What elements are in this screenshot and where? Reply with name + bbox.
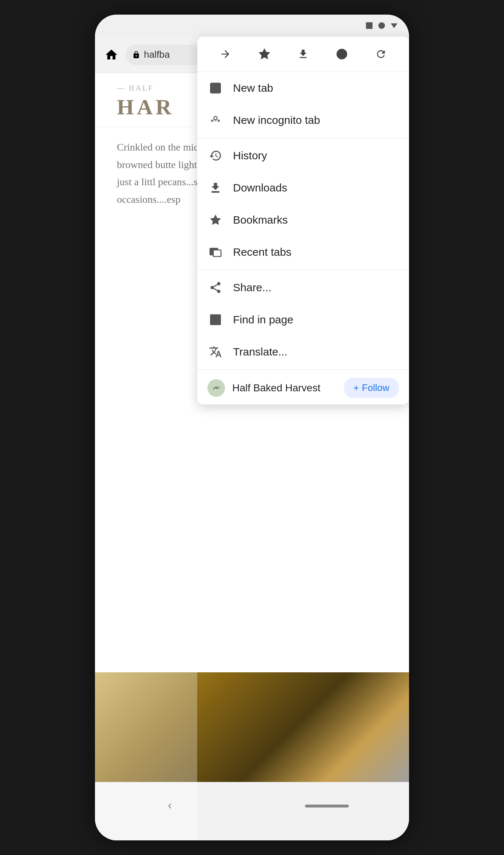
translate-icon	[207, 344, 224, 360]
bookmarks-icon	[207, 212, 224, 228]
download-button[interactable]	[292, 43, 314, 65]
new-tab-icon	[207, 80, 224, 96]
bookmark-button[interactable]	[253, 43, 275, 65]
bookmarks-label: Bookmarks	[233, 214, 288, 226]
svg-rect-0	[366, 22, 373, 29]
translate-label: Translate...	[233, 346, 287, 358]
home-indicator	[305, 805, 349, 808]
status-bar	[95, 15, 409, 37]
dropdown-overlay	[95, 73, 197, 840]
info-button[interactable]	[331, 43, 353, 65]
svg-rect-13	[211, 120, 220, 122]
home-button[interactable]	[102, 46, 121, 64]
share-label: Share...	[233, 281, 271, 294]
site-favicon	[207, 379, 225, 397]
follow-item[interactable]: Half Baked Harvest + Follow	[197, 371, 409, 404]
circle-icon	[378, 22, 386, 30]
svg-point-21	[211, 286, 214, 289]
share-icon	[207, 280, 224, 296]
history-label: History	[233, 149, 267, 162]
svg-point-14	[213, 120, 215, 122]
svg-point-22	[217, 290, 221, 293]
follow-plus-icon: +	[354, 382, 359, 394]
svg-marker-3	[259, 49, 269, 58]
find-in-page-label: Find in page	[233, 314, 293, 326]
site-name: Half Baked Harvest	[232, 382, 337, 394]
menu-item-recent-tabs[interactable]: Recent tabs	[197, 236, 409, 268]
divider-1	[197, 138, 409, 138]
reload-button[interactable]	[370, 43, 392, 65]
phone-frame: halfba — HALF HAR Crinkled on the middle…	[95, 15, 409, 840]
svg-marker-2	[391, 23, 397, 28]
svg-rect-19	[213, 250, 221, 256]
menu-item-translate[interactable]: Translate...	[197, 336, 409, 368]
svg-point-10	[214, 117, 217, 120]
svg-point-1	[378, 22, 385, 29]
menu-item-incognito[interactable]: New incognito tab	[197, 104, 409, 136]
svg-point-26	[213, 318, 217, 321]
address-text: halfba	[144, 49, 170, 60]
recent-tabs-icon	[207, 244, 224, 260]
recent-tabs-label: Recent tabs	[233, 246, 291, 258]
divider-2	[197, 270, 409, 270]
svg-marker-17	[210, 214, 221, 225]
downloads-label: Downloads	[233, 182, 287, 194]
menu-item-new-tab[interactable]: New tab	[197, 72, 409, 104]
svg-point-20	[217, 282, 221, 285]
menu-item-downloads[interactable]: Downloads	[197, 172, 409, 204]
svg-point-15	[216, 120, 218, 122]
menu-item-bookmarks[interactable]: Bookmarks	[197, 204, 409, 236]
history-icon	[207, 148, 224, 164]
triangle-down-icon	[390, 22, 398, 30]
downloads-icon	[207, 180, 224, 196]
menu-item-find[interactable]: Find in page	[197, 304, 409, 336]
square-icon	[365, 22, 373, 30]
incognito-label: New incognito tab	[233, 114, 320, 126]
menu-item-history[interactable]: History	[197, 140, 409, 172]
follow-label: Follow	[362, 382, 389, 394]
forward-button[interactable]	[214, 43, 236, 65]
incognito-icon	[207, 112, 224, 128]
follow-button[interactable]: + Follow	[344, 378, 399, 398]
svg-line-23	[214, 288, 217, 290]
lock-icon	[132, 51, 140, 59]
find-in-page-icon	[207, 312, 224, 328]
svg-line-24	[214, 285, 217, 287]
menu-item-share[interactable]: Share...	[197, 271, 409, 304]
new-tab-label: New tab	[233, 82, 273, 94]
dropdown-menu: New tab New incognito tab	[197, 37, 409, 404]
dropdown-toolbar	[197, 37, 409, 72]
svg-point-29	[215, 386, 217, 388]
divider-3	[197, 369, 409, 370]
